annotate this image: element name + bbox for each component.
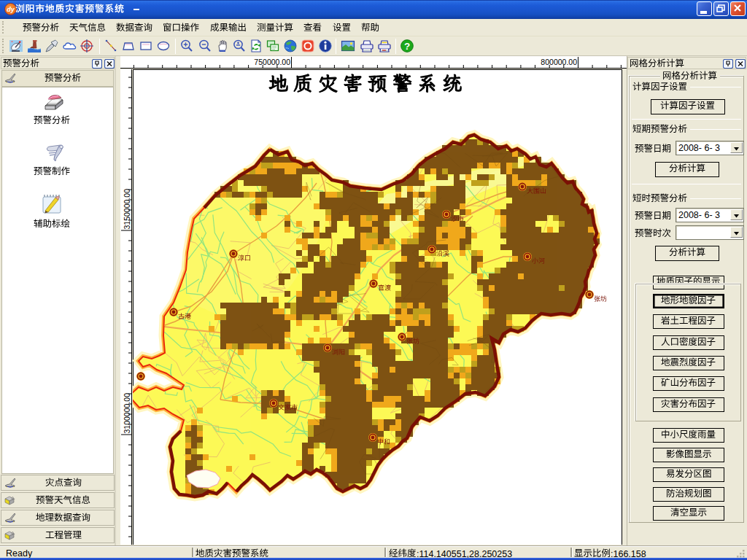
- svg-text:3100000.00: 3100000.00: [123, 392, 131, 433]
- svg-text:3150000.00: 3150000.00: [123, 188, 131, 229]
- svg-text:?: ?: [404, 41, 410, 52]
